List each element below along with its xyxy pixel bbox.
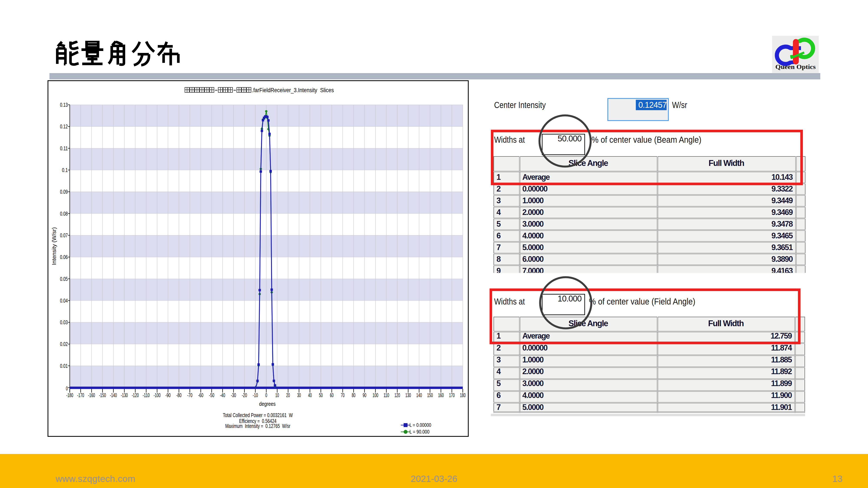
svg-text:-120: -120 xyxy=(132,392,139,398)
svg-text:60: 60 xyxy=(330,392,334,398)
svg-text:0.13: 0.13 xyxy=(60,101,68,108)
svg-text:10: 10 xyxy=(275,392,279,398)
svg-text:160: 160 xyxy=(438,392,444,398)
svg-text:180: 180 xyxy=(460,392,466,398)
svg-text:100: 100 xyxy=(373,392,378,398)
svg-text:90: 90 xyxy=(363,392,366,398)
svg-text:-30: -30 xyxy=(231,392,236,398)
svg-text:150: 150 xyxy=(427,392,433,398)
svg-text:Total Collected Power = 0.0032: Total Collected Power = 0.0032161 W xyxy=(223,412,293,418)
svg-text:0.11: 0.11 xyxy=(60,145,68,152)
svg-text:Queen Optics: Queen Optics xyxy=(775,63,816,70)
svg-text:0.1: 0.1 xyxy=(62,167,68,173)
svg-text:0.02: 0.02 xyxy=(60,341,68,347)
svg-text:-60: -60 xyxy=(198,392,203,398)
svg-text:0.08: 0.08 xyxy=(60,210,68,217)
svg-text:120: 120 xyxy=(395,392,400,398)
svg-text:0.06: 0.06 xyxy=(60,254,68,260)
svg-text:-100: -100 xyxy=(154,392,161,398)
svg-text:-10: -10 xyxy=(253,392,258,398)
svg-text:-160: -160 xyxy=(88,392,95,398)
svg-text:40: 40 xyxy=(308,392,312,398)
svg-text:-140: -140 xyxy=(110,392,117,398)
svg-text:80: 80 xyxy=(352,392,355,398)
svg-text:0.07: 0.07 xyxy=(60,232,68,238)
svg-text:-70: -70 xyxy=(187,392,192,398)
svg-text:-90: -90 xyxy=(165,392,170,398)
svg-text:140: 140 xyxy=(416,392,422,398)
svg-text:-150: -150 xyxy=(99,392,106,398)
svg-text:0.09: 0.09 xyxy=(60,189,68,195)
svg-text:0.03: 0.03 xyxy=(60,319,68,326)
svg-text:0.05: 0.05 xyxy=(60,276,68,282)
svg-text:30: 30 xyxy=(297,392,301,398)
svg-text:-50: -50 xyxy=(209,392,214,398)
svg-text:170: 170 xyxy=(449,392,455,398)
svg-text:-180: -180 xyxy=(66,392,73,398)
svg-text:.farFieldReceiver_3.Intensity: .farFieldReceiver_3.Intensity Slices xyxy=(252,87,334,94)
svg-text:-110: -110 xyxy=(143,392,150,398)
svg-text:L = 0.00000: L = 0.00000 xyxy=(409,422,431,428)
svg-text:L = 90.000: L = 90.000 xyxy=(409,429,429,435)
svg-text:70: 70 xyxy=(341,392,345,398)
svg-text:-40: -40 xyxy=(220,392,225,398)
svg-text:Maximum Intensity = 0.12765: Maximum Intensity = 0.12765 W/sr xyxy=(225,423,290,429)
svg-text:Intensity (W/sr): Intensity (W/sr) xyxy=(51,227,57,265)
svg-text:110: 110 xyxy=(383,392,389,398)
svg-text:-130: -130 xyxy=(121,392,128,398)
svg-text:-80: -80 xyxy=(177,392,182,398)
svg-text:130: 130 xyxy=(405,392,411,398)
svg-text:0.04: 0.04 xyxy=(60,297,68,304)
svg-text:0: 0 xyxy=(66,385,68,392)
svg-text:0.12: 0.12 xyxy=(60,123,68,130)
svg-text:50: 50 xyxy=(319,392,323,398)
svg-text:-20: -20 xyxy=(242,392,247,398)
svg-text:0: 0 xyxy=(266,392,267,398)
svg-text:-170: -170 xyxy=(77,392,84,398)
svg-text:degrees: degrees xyxy=(259,400,276,407)
svg-text:20: 20 xyxy=(286,392,290,398)
svg-text:0.01: 0.01 xyxy=(60,363,68,369)
